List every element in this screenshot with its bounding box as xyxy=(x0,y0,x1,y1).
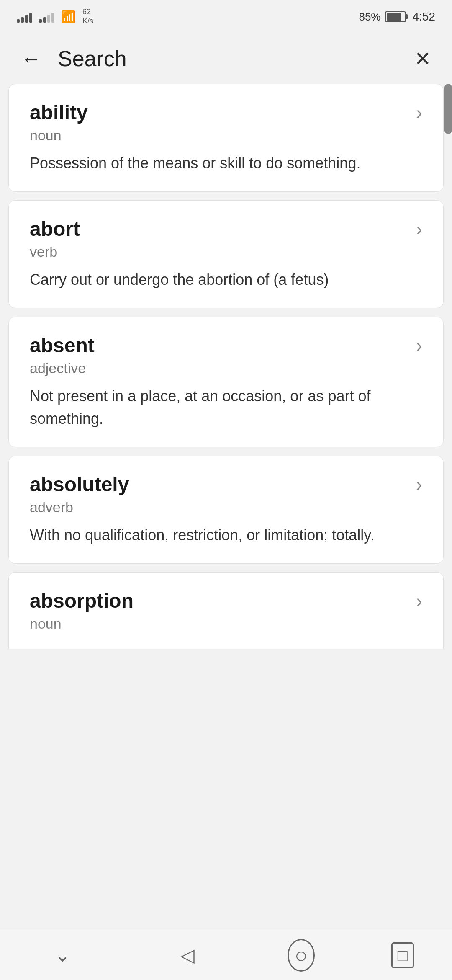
battery-icon xyxy=(385,11,406,22)
signal-bar xyxy=(17,19,20,23)
signal-bar xyxy=(39,19,42,23)
word-definition: With no qualification, restriction, or l… xyxy=(30,524,422,547)
battery-fill xyxy=(387,13,402,21)
close-icon: ✕ xyxy=(414,48,431,70)
header-left: ← Search xyxy=(17,43,127,75)
status-right: 85% 4:52 xyxy=(359,10,435,23)
battery-percentage: 85% xyxy=(359,10,380,23)
page-title: Search xyxy=(58,46,127,71)
signal-bars-1 xyxy=(17,11,32,23)
battery-info: 85% xyxy=(359,10,406,23)
signal-bar xyxy=(47,15,50,23)
nav-chevron-down[interactable]: ⌄ xyxy=(38,936,87,974)
word-header: absolutely › xyxy=(30,473,422,496)
part-of-speech: verb xyxy=(30,244,422,260)
word-term: absorption xyxy=(30,589,134,612)
signal-bar xyxy=(43,17,46,23)
word-card-abort[interactable]: abort › verb Carry out or undergo the ab… xyxy=(8,200,444,308)
word-header: absorption › xyxy=(30,589,422,612)
word-card-absorption[interactable]: absorption › noun xyxy=(8,572,444,649)
wifi-icon: 📶 xyxy=(61,10,76,24)
nav-recents-button[interactable]: □ xyxy=(391,942,414,968)
chevron-right-icon: › xyxy=(416,474,422,495)
header: ← Search ✕ xyxy=(0,34,452,84)
part-of-speech: adjective xyxy=(30,360,422,377)
word-term: ability xyxy=(30,101,88,124)
scrollbar[interactable] xyxy=(444,84,452,134)
chevron-right-icon: › xyxy=(416,219,422,240)
back-arrow-icon: ← xyxy=(21,48,41,70)
signal-bars-2 xyxy=(39,11,54,23)
word-header: abort › xyxy=(30,217,422,240)
signal-bar xyxy=(51,13,54,23)
word-term: absent xyxy=(30,334,95,357)
part-of-speech: adverb xyxy=(30,499,422,516)
navigation-bar: ⌄ ◁ ○ □ xyxy=(0,930,452,980)
word-term: absolutely xyxy=(30,473,129,496)
back-button[interactable]: ← xyxy=(17,43,45,75)
fade-overlay xyxy=(9,624,443,649)
status-left: 📶 62 K/s xyxy=(17,8,93,26)
nav-home-button[interactable]: ○ xyxy=(288,939,315,972)
status-bar: 📶 62 K/s 85% 4:52 xyxy=(0,0,452,34)
word-card-ability[interactable]: ability › noun Possession of the means o… xyxy=(8,84,444,192)
word-card-absent[interactable]: absent › adjective Not present in a plac… xyxy=(8,317,444,447)
signal-bar xyxy=(29,13,32,23)
word-header: ability › xyxy=(30,101,422,124)
data-speed: 62 K/s xyxy=(82,8,93,26)
word-definition: Not present in a place, at an occasion, … xyxy=(30,385,422,430)
clock: 4:52 xyxy=(413,10,436,23)
signal-bar xyxy=(21,17,24,23)
word-header: absent › xyxy=(30,334,422,357)
word-card-absolutely[interactable]: absolutely › adverb With no qualificatio… xyxy=(8,456,444,564)
word-definition: Possession of the means or skill to do s… xyxy=(30,152,422,175)
chevron-right-icon: › xyxy=(416,102,422,123)
chevron-right-icon: › xyxy=(416,335,422,356)
signal-bar xyxy=(25,15,28,23)
word-term: abort xyxy=(30,217,80,240)
chevron-right-icon: › xyxy=(416,591,422,611)
nav-back-button[interactable]: ◁ xyxy=(164,936,211,974)
word-list: ability › noun Possession of the means o… xyxy=(0,84,452,649)
word-definition: Carry out or undergo the abortion of (a … xyxy=(30,268,422,291)
part-of-speech: noun xyxy=(30,127,422,144)
close-button[interactable]: ✕ xyxy=(410,43,435,75)
